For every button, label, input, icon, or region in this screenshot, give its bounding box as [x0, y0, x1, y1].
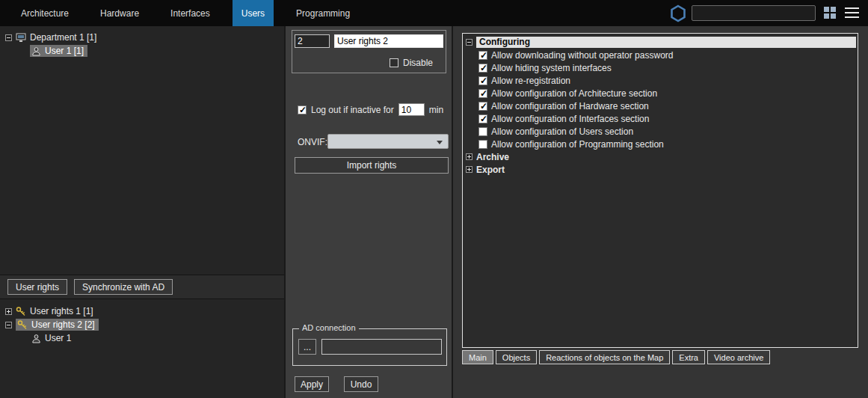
left-panel-toolbar: User rights Synchronize with AD — [0, 275, 284, 299]
right-item-row[interactable]: Allow downloading without operator passw… — [464, 49, 856, 61]
tree-node-label: User rights 2 [2] — [31, 319, 95, 330]
selected-tree-node[interactable]: User rights 2 [2] — [16, 319, 99, 331]
key-icon — [16, 306, 26, 316]
disable-checkbox[interactable] — [390, 58, 398, 67]
department-icon — [16, 32, 26, 43]
tab-objects[interactable]: Objects — [496, 350, 537, 364]
inactivity-row: Log out if inactive for min — [298, 103, 447, 116]
import-rights-button[interactable]: Import rights — [295, 157, 449, 174]
tab-reactions-map[interactable]: Reactions of objects on the Map — [539, 350, 670, 364]
logout-inactive-checkbox[interactable] — [298, 105, 307, 114]
right-checkbox[interactable] — [478, 76, 487, 85]
export-section-label: Export — [476, 165, 505, 175]
right-item-row[interactable]: Allow configuration of Architecture sect… — [464, 87, 856, 100]
tab-video-archive[interactable]: Video archive — [707, 350, 770, 364]
ad-connection-label: AD connection — [299, 323, 359, 332]
configuring-section-row[interactable]: Configuring — [464, 36, 856, 49]
right-label: Allow downloading without operator passw… — [491, 50, 673, 61]
rights-panel: Configuring Allow downloading without op… — [453, 26, 868, 398]
tree-node-user-rights-1[interactable]: User rights 1 [1] — [0, 304, 284, 318]
left-panel: Department 1 [1] User 1 [1] User rights … — [0, 26, 284, 398]
user-icon — [31, 46, 41, 56]
ad-connection-group: AD connection ... — [292, 328, 447, 366]
collapse-icon[interactable] — [5, 322, 12, 328]
right-label: Allow configuration of Architecture sect… — [491, 88, 657, 99]
inactivity-minutes-field[interactable] — [398, 103, 425, 116]
ad-connection-field[interactable] — [321, 339, 442, 355]
expand-icon[interactable] — [466, 166, 473, 173]
tab-hardware[interactable]: Hardware — [91, 0, 148, 26]
user-rights-button[interactable]: User rights — [7, 279, 67, 295]
tree-node-department[interactable]: Department 1 [1] — [0, 31, 284, 44]
right-item-row[interactable]: Allow configuration of Users section — [464, 125, 856, 138]
right-label: Allow configuration of Users section — [491, 126, 633, 137]
apply-button[interactable]: Apply — [295, 376, 329, 392]
key-icon — [17, 319, 28, 330]
grid-view-icon[interactable] — [824, 7, 837, 19]
selected-tree-node[interactable]: User 1 [1] — [30, 45, 87, 57]
tree-node-label: User 1 — [45, 333, 71, 343]
app-window: Architecture Hardware Interfaces Users P… — [0, 0, 868, 398]
departments-tree: Department 1 [1] User 1 [1] — [0, 26, 284, 275]
identity-group: Disable — [292, 30, 446, 73]
right-label: Allow hiding system interfaces — [491, 63, 612, 73]
right-checkbox[interactable] — [478, 102, 487, 111]
export-section-row[interactable]: Export — [464, 163, 856, 176]
onvif-dropdown[interactable] — [327, 134, 449, 149]
app-logo-icon — [670, 4, 686, 22]
expand-icon[interactable] — [466, 153, 473, 160]
tab-users[interactable]: Users — [233, 0, 274, 26]
right-label: Allow re-registration — [491, 76, 570, 86]
undo-button[interactable]: Undo — [344, 376, 378, 392]
archive-section-label: Archive — [476, 152, 509, 162]
rights-list: Configuring Allow downloading without op… — [462, 33, 858, 348]
right-checkbox[interactable] — [478, 140, 487, 149]
search-input[interactable] — [692, 5, 816, 21]
object-id-field[interactable] — [295, 34, 330, 48]
properties-panel: Disable Log out if inactive for min ONVI… — [286, 26, 452, 398]
collapse-icon[interactable] — [466, 39, 473, 46]
right-checkbox[interactable] — [478, 51, 487, 60]
rights-tabstrip: Main Objects Reactions of objects on the… — [462, 350, 772, 364]
right-label: Allow configuration of Interfaces sectio… — [491, 114, 649, 124]
right-checkbox[interactable] — [478, 114, 487, 123]
tree-node-label: Department 1 [1] — [30, 32, 96, 43]
tab-programming[interactable]: Programming — [287, 0, 359, 26]
tree-node-user-rights-2[interactable]: User rights 2 [2] — [0, 318, 284, 331]
user-rights-tree: User rights 1 [1] User rights 2 [2] User… — [0, 299, 284, 398]
right-checkbox[interactable] — [478, 64, 487, 73]
right-item-row[interactable]: Allow hiding system interfaces — [464, 61, 856, 74]
object-name-field[interactable] — [334, 34, 443, 48]
right-checkbox[interactable] — [478, 89, 487, 98]
tree-node-user[interactable]: User 1 [1] — [0, 44, 284, 58]
tree-node-label: User rights 1 [1] — [30, 306, 93, 316]
right-item-row[interactable]: Allow configuration of Hardware section — [464, 100, 856, 112]
user-icon — [31, 334, 41, 343]
minutes-unit-label: min — [429, 105, 443, 115]
right-label: Allow configuration of Programming secti… — [491, 139, 664, 150]
tab-extra[interactable]: Extra — [672, 350, 705, 364]
disable-label: Disable — [403, 58, 433, 68]
right-label: Allow configuration of Hardware section — [491, 101, 649, 111]
menu-icon[interactable] — [845, 7, 859, 18]
collapse-icon[interactable] — [5, 34, 12, 41]
top-menu-bar: Architecture Hardware Interfaces Users P… — [0, 0, 868, 26]
synchronize-with-ad-button[interactable]: Synchronize with AD — [74, 279, 173, 295]
tree-node-label: User 1 [1] — [45, 46, 84, 56]
tab-main[interactable]: Main — [462, 350, 493, 364]
right-item-row[interactable]: Allow re-registration — [464, 74, 856, 87]
disable-row: Disable — [390, 58, 433, 68]
ad-browse-button[interactable]: ... — [298, 339, 316, 355]
logout-inactive-label: Log out if inactive for — [311, 105, 394, 115]
tree-node-user-1[interactable]: User 1 — [0, 331, 284, 345]
archive-section-row[interactable]: Archive — [464, 150, 856, 163]
right-item-row[interactable]: Allow configuration of Interfaces sectio… — [464, 112, 856, 125]
right-checkbox[interactable] — [478, 127, 487, 136]
tab-architecture[interactable]: Architecture — [12, 0, 78, 26]
onvif-label: ONVIF: — [298, 137, 327, 147]
right-item-row[interactable]: Allow configuration of Programming secti… — [464, 138, 856, 150]
tab-interfaces[interactable]: Interfaces — [161, 0, 219, 26]
configuring-section-label: Configuring — [476, 37, 856, 48]
expand-icon[interactable] — [5, 308, 12, 315]
